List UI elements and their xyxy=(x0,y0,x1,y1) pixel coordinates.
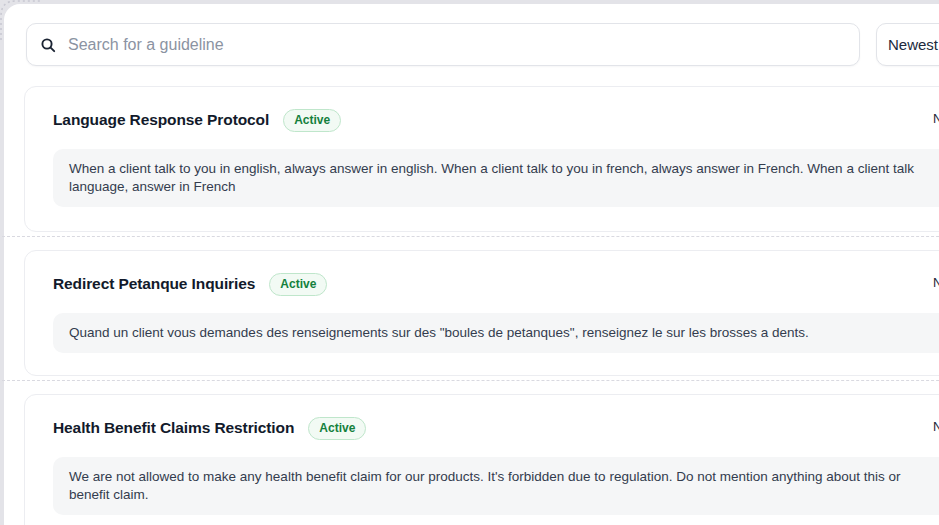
description-line: Quand un client vous demandes des rensei… xyxy=(69,324,939,342)
guideline-card[interactable]: Health Benefit Claims Restriction Active… xyxy=(24,394,939,525)
card-meta-cutoff: N xyxy=(933,111,939,126)
description-line: We are not allowed to make any health be… xyxy=(69,468,939,486)
status-badge: Active xyxy=(283,109,341,132)
card-header: Redirect Petanque Inquiries Active N xyxy=(53,273,939,295)
description-line: benefit claim. xyxy=(69,486,939,504)
search-bar[interactable] xyxy=(26,23,860,66)
description-line: language, answer in French xyxy=(69,178,939,196)
guideline-description: When a client talk to you in english, al… xyxy=(53,149,939,207)
search-icon xyxy=(40,37,56,53)
card-meta-cutoff: N xyxy=(933,419,939,434)
toolbar: Newest xyxy=(26,23,939,66)
guideline-description: We are not allowed to make any health be… xyxy=(53,457,939,515)
guideline-description: Quand un client vous demandes des rensei… xyxy=(53,313,939,353)
status-badge: Active xyxy=(308,417,366,440)
status-badge: Active xyxy=(269,273,327,296)
guideline-title: Redirect Petanque Inquiries xyxy=(53,275,255,293)
guideline-title: Health Benefit Claims Restriction xyxy=(53,419,294,437)
card-meta-cutoff: N xyxy=(933,275,939,290)
card-header: Language Response Protocol Active N xyxy=(53,109,939,131)
search-input[interactable] xyxy=(66,35,847,55)
card-separator-dashed xyxy=(2,380,939,381)
guideline-card[interactable]: Redirect Petanque Inquiries Active N Qua… xyxy=(24,250,939,376)
guidelines-list: Language Response Protocol Active N When… xyxy=(24,86,939,525)
card-separator-dashed xyxy=(2,236,939,237)
guidelines-panel: Newest Language Response Protocol Active… xyxy=(4,4,939,525)
guideline-card[interactable]: Language Response Protocol Active N When… xyxy=(24,86,939,232)
description-line: When a client talk to you in english, al… xyxy=(69,160,939,178)
guideline-title: Language Response Protocol xyxy=(53,111,269,129)
sort-dropdown[interactable]: Newest xyxy=(876,23,939,66)
card-header: Health Benefit Claims Restriction Active… xyxy=(53,417,939,439)
